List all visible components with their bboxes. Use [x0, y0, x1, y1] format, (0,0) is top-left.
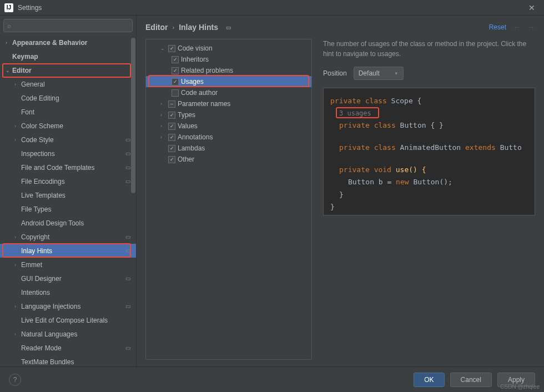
checkbox[interactable] — [168, 123, 175, 130]
checkbox[interactable] — [168, 45, 175, 52]
scope-icon: ▭ — [125, 137, 130, 143]
checkbox[interactable] — [168, 112, 175, 119]
hint-item-label: Annotations — [178, 133, 213, 141]
sidebar-item-live-edit-of-compose-literals[interactable]: Live Edit of Compose Literals — [0, 313, 136, 327]
sidebar-item-label: Code Style — [21, 136, 54, 144]
hint-item-values[interactable]: ›Values — [146, 120, 311, 132]
sidebar-item-label: Keymap — [12, 53, 38, 61]
scope-icon: ▭ — [125, 164, 130, 170]
checkbox[interactable] — [172, 56, 179, 63]
hint-item-code-vision[interactable]: ⌄Code vision — [146, 43, 311, 54]
sidebar-item-emmet[interactable]: ›Emmet — [0, 258, 136, 272]
sidebar-item-code-style[interactable]: ›Code Style▭ — [0, 133, 136, 147]
close-icon[interactable]: ✕ — [524, 1, 540, 14]
details-panel: The number of usages of the class or met… — [323, 39, 535, 360]
expand-icon: › — [160, 101, 166, 107]
checkbox[interactable] — [172, 78, 179, 86]
position-dropdown[interactable]: Default ▼ — [354, 67, 404, 80]
checkbox[interactable] — [168, 156, 175, 163]
reset-link[interactable]: Reset — [489, 23, 506, 31]
settings-tree[interactable]: ›Appearance & BehaviorKeymap⌄Editor›Gene… — [0, 36, 136, 366]
ok-button[interactable]: OK — [414, 373, 444, 387]
sidebar-item-label: Inlay Hints — [21, 247, 52, 255]
usages-hint[interactable]: 3 usages — [339, 109, 371, 117]
sidebar-item-appearance-behavior[interactable]: ›Appearance & Behavior — [0, 36, 136, 49]
checkbox[interactable] — [168, 134, 175, 141]
sidebar-item-general[interactable]: ›General — [0, 77, 136, 91]
hints-tree[interactable]: ⌄Code visionInheritorsRelated problemsUs… — [145, 39, 312, 360]
sidebar-item-editor[interactable]: ⌄Editor — [0, 63, 136, 77]
sidebar-item-android-design-tools[interactable]: Android Design Tools — [0, 216, 136, 230]
scope-icon: ▭ — [226, 24, 231, 31]
sidebar-item-live-templates[interactable]: Live Templates — [0, 188, 136, 202]
hint-item-label: Types — [178, 111, 195, 119]
sidebar-item-file-encodings[interactable]: File Encodings▭ — [0, 174, 136, 188]
hint-item-label: Inheritors — [181, 56, 209, 63]
hint-item-label: Usages — [181, 78, 204, 86]
hint-item-usages[interactable]: Usages — [146, 76, 311, 87]
help-button[interactable]: ? — [9, 374, 21, 386]
description-text: The number of usages of the class or met… — [323, 39, 535, 59]
cancel-button[interactable]: Cancel — [450, 373, 492, 387]
sidebar-item-inspections[interactable]: Inspections▭ — [0, 147, 136, 160]
hint-item-related-problems[interactable]: Related problems — [146, 65, 311, 76]
app-icon: IJ — [4, 3, 13, 12]
sidebar-item-file-types[interactable]: File Types — [0, 202, 136, 216]
dialog-footer: ? OK Cancel Apply — [0, 366, 544, 392]
titlebar: IJ Settings ✕ — [0, 0, 544, 16]
sidebar-item-gui-designer[interactable]: GUI Designer▭ — [0, 272, 136, 285]
sidebar-item-natural-languages[interactable]: ›Natural Languages — [0, 327, 136, 341]
sidebar-item-font[interactable]: Font — [0, 105, 136, 119]
settings-sidebar: ⌕ ›Appearance & BehaviorKeymap⌄Editor›Ge… — [0, 16, 137, 366]
checkbox[interactable] — [172, 67, 179, 74]
sidebar-item-code-editing[interactable]: Code Editing — [0, 91, 136, 105]
window-title: Settings — [18, 4, 42, 12]
sidebar-item-color-scheme[interactable]: ›Color Scheme — [0, 119, 136, 133]
hint-item-label: Parameter names — [178, 100, 230, 108]
sidebar-item-textmate-bundles[interactable]: TextMate Bundles — [0, 355, 136, 366]
forward-icon[interactable]: → — [527, 23, 535, 32]
sidebar-item-copyright[interactable]: ›Copyright▭ — [0, 230, 136, 244]
back-icon[interactable]: ← — [513, 23, 521, 32]
sidebar-item-reader-mode[interactable]: Reader Mode▭ — [0, 341, 136, 355]
chevron-down-icon: ▼ — [394, 71, 399, 76]
hint-item-parameter-names[interactable]: ›–Parameter names — [146, 98, 311, 109]
sidebar-item-label: File Encodings — [21, 178, 65, 185]
sidebar-item-label: Emmet — [21, 261, 42, 269]
sidebar-item-keymap[interactable]: Keymap — [0, 49, 136, 63]
sidebar-item-inlay-hints[interactable]: Inlay Hints▭ — [0, 244, 136, 258]
hint-item-label: Code author — [181, 89, 218, 97]
sidebar-item-label: Font — [21, 108, 34, 116]
search-input[interactable]: ⌕ — [3, 19, 133, 32]
checkbox[interactable] — [168, 145, 175, 152]
hint-item-annotations[interactable]: ›Annotations — [146, 132, 311, 143]
hint-item-label: Code vision — [178, 44, 213, 52]
breadcrumb-inlay-hints: Inlay Hints — [179, 23, 218, 32]
sidebar-item-language-injections[interactable]: ›Language Injections▭ — [0, 299, 136, 313]
checkbox[interactable]: – — [168, 100, 175, 108]
sidebar-item-label: Code Editing — [21, 94, 59, 102]
watermark: CSDN @zhqlee — [500, 384, 540, 390]
scope-icon: ▭ — [125, 248, 130, 254]
sidebar-item-label: Reader Mode — [21, 344, 62, 352]
code-preview: private class Scope { 3 usages private c… — [323, 88, 535, 215]
hint-item-label: Values — [178, 122, 198, 130]
hint-item-other[interactable]: Other — [146, 154, 311, 165]
breadcrumb-editor[interactable]: Editor — [145, 23, 168, 32]
scope-icon: ▭ — [125, 303, 130, 309]
hint-item-types[interactable]: ›Types — [146, 109, 311, 120]
sidebar-item-file-and-code-templates[interactable]: File and Code Templates▭ — [0, 160, 136, 174]
sidebar-item-intentions[interactable]: Intentions — [0, 285, 136, 299]
hint-item-code-author[interactable]: Code author — [146, 87, 311, 98]
checkbox[interactable] — [172, 89, 179, 97]
sidebar-item-label: TextMate Bundles — [21, 358, 74, 366]
sidebar-item-label: Android Design Tools — [21, 219, 84, 227]
hint-item-inheritors[interactable]: Inheritors — [146, 54, 311, 65]
sidebar-item-label: Appearance & Behavior — [12, 39, 87, 47]
hint-item-lambdas[interactable]: Lambdas — [146, 143, 311, 154]
scope-icon: ▭ — [125, 178, 130, 184]
sidebar-item-label: Live Edit of Compose Literals — [21, 316, 108, 324]
expand-icon: › — [160, 123, 166, 129]
expand-icon: › — [160, 112, 166, 118]
sidebar-item-label: Natural Languages — [21, 330, 77, 338]
